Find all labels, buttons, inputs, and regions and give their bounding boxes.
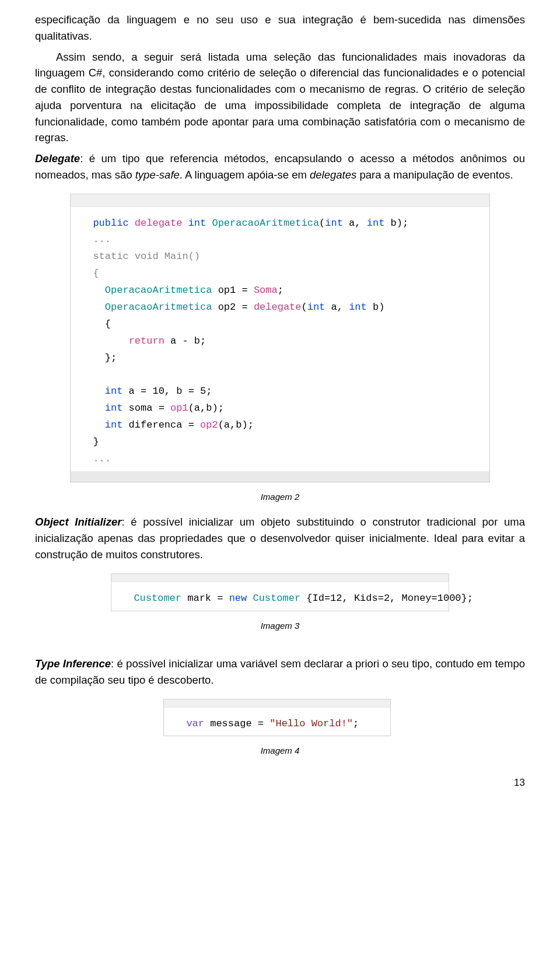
keyword: int xyxy=(105,419,123,430)
caption-image-3: Imagem 3 xyxy=(35,620,525,633)
term-object-initializer: Object Initializer xyxy=(35,516,121,528)
type-name: OperacaoAritmetica xyxy=(212,218,319,229)
page-number: 13 xyxy=(35,775,525,790)
code-figure-3: var message = "Hello World!"; xyxy=(163,699,391,737)
term-type-inference: Type Inference xyxy=(35,657,111,670)
paragraph-1: especificação da linguagem e no seu uso … xyxy=(35,12,525,44)
code-figure-1: public delegate int OperacaoAritmetica(i… xyxy=(70,194,490,482)
paragraph-type-inference: Type Inference: é possível inicializar u… xyxy=(35,656,525,688)
string-literal: "Hello World!" xyxy=(270,718,353,729)
keyword: static xyxy=(93,251,128,262)
figure-top-band xyxy=(71,194,489,207)
keyword: int xyxy=(307,302,326,313)
text: especificação da linguagem e no seu uso … xyxy=(35,13,525,42)
paragraph-2: Assim sendo, a seguir será listada uma s… xyxy=(35,49,525,146)
identifier: Soma xyxy=(254,285,278,296)
text: Assim sendo, a seguir será listada uma s… xyxy=(35,51,525,144)
method-name: Main xyxy=(164,251,188,262)
text: (a,b); xyxy=(188,402,224,414)
keyword: new xyxy=(229,593,247,604)
text: ; xyxy=(278,285,284,296)
type-name: OperacaoAritmetica xyxy=(105,285,212,296)
figure-top-band xyxy=(111,574,449,582)
term-delegate: Delegate xyxy=(35,152,80,164)
text: (a,b); xyxy=(218,419,254,430)
keyword: int xyxy=(188,218,206,229)
text: op1 = xyxy=(212,285,253,296)
text: b); xyxy=(384,218,408,229)
brace: } xyxy=(81,436,99,447)
text: ( xyxy=(319,218,325,229)
caption-image-2: Imagem 2 xyxy=(35,491,525,504)
paragraph-object-initializer: Object Initializer: é possível inicializ… xyxy=(35,514,525,562)
keyword: delegate xyxy=(254,302,302,313)
text: ; xyxy=(353,718,359,729)
text: b) xyxy=(367,302,385,313)
text: para a manipulação de eventos. xyxy=(356,169,513,181)
keyword: int xyxy=(325,218,343,229)
text: ( xyxy=(302,302,307,313)
figure-bottom-band xyxy=(71,471,489,482)
code-block-object-initializer: Customer mark = new Customer {Id=12, Kid… xyxy=(111,582,449,611)
text: op2 = xyxy=(212,302,253,313)
text: a, xyxy=(325,302,349,313)
type-name: Customer xyxy=(134,593,181,604)
ellipsis: ... xyxy=(93,234,111,245)
text: () xyxy=(188,251,200,262)
text: diferenca = xyxy=(123,419,200,430)
type-name: OperacaoAritmetica xyxy=(105,302,212,313)
identifier: op2 xyxy=(200,419,218,430)
keyword: delegate xyxy=(135,218,183,229)
keyword: int xyxy=(105,402,123,414)
code-block-type-inference: var message = "Hello World!"; xyxy=(164,708,390,736)
text: . A linguagem apóia-se em xyxy=(180,169,310,181)
keyword: public xyxy=(93,218,128,229)
paragraph-delegate: Delegate: é um tipo que referencia métod… xyxy=(35,150,525,183)
italic-text: type-safe xyxy=(135,169,180,181)
brace: }; xyxy=(81,352,117,363)
keyword: int xyxy=(367,218,385,229)
italic-text: delegates xyxy=(310,169,356,181)
text: {Id=12, Kids=2, Money=1000}; xyxy=(300,593,473,604)
spacer xyxy=(35,643,525,656)
text: a = 10, b = 5; xyxy=(123,386,212,397)
type-name: Customer xyxy=(253,593,300,604)
code-block-delegate: public delegate int OperacaoAritmetica(i… xyxy=(71,207,489,471)
code-figure-2: Customer mark = new Customer {Id=12, Kid… xyxy=(111,573,449,611)
brace: { xyxy=(81,318,111,330)
text: a, xyxy=(343,218,367,229)
text: mark = xyxy=(181,593,229,604)
text: soma = xyxy=(123,402,170,414)
caption-image-4: Imagem 4 xyxy=(35,744,525,758)
text xyxy=(247,593,253,604)
identifier: op1 xyxy=(170,402,188,414)
text: a - b; xyxy=(164,335,206,346)
brace: { xyxy=(93,268,99,279)
ellipsis: ... xyxy=(93,453,111,464)
figure-top-band xyxy=(164,699,390,708)
keyword: void xyxy=(135,251,159,262)
keyword: return xyxy=(129,335,164,346)
keyword: var xyxy=(186,718,204,729)
keyword: int xyxy=(349,302,367,313)
keyword: int xyxy=(105,386,123,397)
text: message = xyxy=(204,718,270,729)
